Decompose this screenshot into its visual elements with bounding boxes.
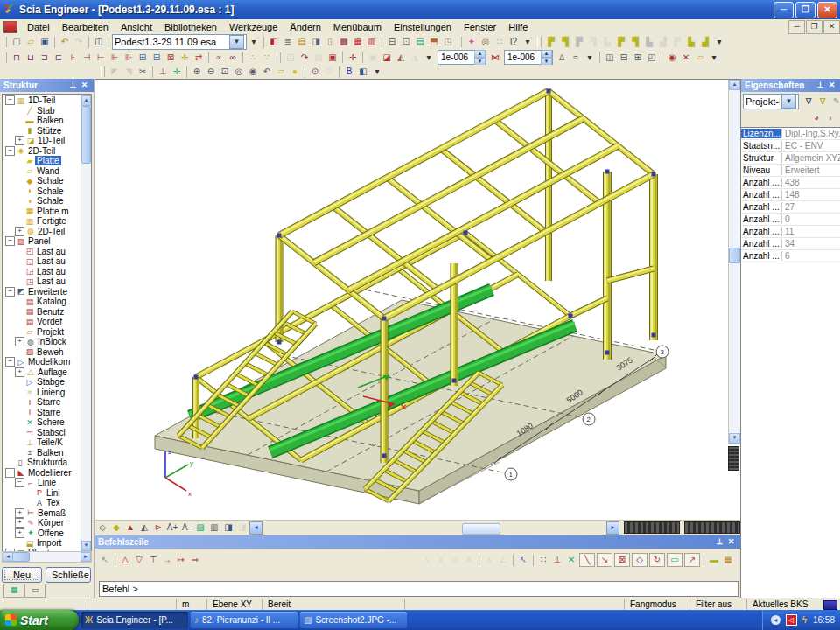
pin-icon[interactable]: ⊥ [815, 80, 826, 91]
view-set-3-icon[interactable]: ▛ [572, 36, 586, 48]
snap-endpoint-icon[interactable]: ↘ [597, 553, 612, 567]
tree-item[interactable]: ▯Strukturda [4, 458, 80, 468]
combobox-caret-icon[interactable]: ▼ [229, 35, 244, 49]
menu-bearbeiten[interactable]: Bearbeiten [56, 21, 115, 33]
shaded-view-icon[interactable]: ◭ [137, 522, 151, 534]
project-folder-icon[interactable]: ▱ [693, 52, 707, 64]
wire-mode-off-icon[interactable]: ◮ [408, 52, 422, 64]
tab-struktur-icon[interactable]: ▦ [4, 584, 24, 598]
render-view-icon[interactable]: ◪ [380, 52, 394, 64]
precision-spinner-1[interactable]: 1e-006 ▲▼ [438, 50, 486, 65]
tree-expander-icon[interactable]: − [15, 478, 24, 487]
filter-edit-icon[interactable]: ∇ [802, 95, 816, 108]
save-icon[interactable]: ▣ [38, 36, 52, 48]
line-tool-icon[interactable]: ╲ [420, 554, 434, 566]
close-icon[interactable]: ✕ [826, 80, 837, 91]
combobox-caret-icon[interactable]: ▼ [781, 94, 796, 108]
view-set-10-icon[interactable]: ▛ [670, 36, 684, 48]
tree-item[interactable]: ▤Vordef [4, 317, 80, 327]
cutout-icon[interactable]: ⊠ [164, 52, 178, 64]
background-color-icon[interactable]: B [342, 66, 356, 78]
hide-icons-chevron-icon[interactable]: ◂ [771, 615, 780, 625]
tree-item[interactable]: ◲Last au [4, 267, 80, 277]
render-disabled-icon[interactable]: ◨ [235, 522, 249, 534]
zoom-out-icon[interactable]: ⊖ [204, 66, 218, 78]
menu-datei[interactable]: Datei [21, 21, 56, 33]
render-window-icon[interactable]: ◨ [221, 522, 235, 534]
property-row[interactable]: Anzahl ...34 [741, 238, 840, 250]
tree-item[interactable]: ◆Schale [4, 176, 80, 186]
section-display-icon[interactable]: ▥ [207, 522, 221, 534]
connect-members-icon[interactable]: ∝ [212, 52, 226, 64]
toolbar-grip[interactable] [3, 52, 7, 63]
taskbar-task[interactable]: ЖScia Engineer - [P... [81, 612, 188, 628]
tree-expander-icon[interactable]: + [15, 227, 24, 236]
tree-item[interactable]: −▧Panel [4, 236, 80, 247]
vertex-tool-icon[interactable]: ∠ [496, 554, 510, 566]
toolbar-grip[interactable] [458, 37, 462, 47]
taskbar-task[interactable]: ♪82. Pieranunzi - Il ... [191, 612, 298, 628]
tree-item[interactable]: ±Balken [4, 448, 80, 458]
view-set-6-icon[interactable]: ▛ [614, 36, 628, 48]
tree-item[interactable]: +✎Körper [4, 518, 80, 528]
tree-item[interactable]: +⊢Bemaß [4, 508, 80, 519]
tree-item[interactable]: ▱Wand [4, 166, 80, 177]
close-button[interactable]: ✕ [817, 2, 837, 18]
selection-up-icon[interactable]: △ [118, 554, 132, 566]
package-icon[interactable]: ⬒ [427, 36, 441, 48]
opening-icon[interactable]: ⊞ [136, 52, 150, 64]
tree-item[interactable]: ▱Projekt [4, 327, 80, 338]
view-caret-icon[interactable]: ▾ [370, 66, 384, 78]
view-set-8-icon[interactable]: ▙ [642, 36, 656, 48]
tree-item[interactable]: ◖Schale [4, 196, 80, 206]
pin-icon[interactable]: ⊥ [67, 80, 79, 91]
property-value[interactable]: 27 [782, 202, 840, 212]
delete-mode-icon[interactable]: ✕ [679, 52, 693, 64]
close-icon[interactable]: ✕ [725, 537, 737, 548]
center-node-icon[interactable]: ✛ [346, 52, 360, 64]
table-edit-icon[interactable]: ▥ [365, 36, 379, 48]
document-icon[interactable] [4, 21, 18, 33]
flag-display-icon[interactable]: ⊳ [151, 522, 165, 534]
tree-expander-icon[interactable]: − [5, 287, 15, 297]
tree-item[interactable]: ◗Schale [4, 186, 80, 197]
taskbar-task[interactable]: ▨Screenshot2.JPG -... [300, 612, 407, 628]
scrollbar-thumb[interactable] [462, 523, 500, 535]
property-row[interactable]: Anzahl ...6 [741, 250, 840, 262]
zoom-previous-icon[interactable]: ↶ [260, 66, 274, 78]
property-value[interactable]: 34 [782, 239, 840, 248]
zoom-selection-icon[interactable]: ◉ [246, 66, 260, 78]
toolbar-grip[interactable] [101, 66, 105, 77]
view-set-11-icon[interactable]: ▙ [684, 36, 698, 48]
tree-item[interactable]: +◍2D-Teil [4, 227, 80, 237]
tree-expander-icon[interactable]: + [15, 518, 24, 528]
dark-splitter-1[interactable] [624, 522, 680, 534]
dot-pair-icon[interactable]: ∴ [246, 52, 260, 64]
support-line-icon[interactable]: ⊏ [52, 52, 66, 64]
arc-tool-icon[interactable]: ∪ [448, 554, 462, 566]
snap-incline-icon[interactable]: ↗ [684, 553, 700, 567]
tree-item[interactable]: −⌐Linie [4, 478, 80, 488]
command-input[interactable]: Befehl > [99, 581, 738, 597]
tree-horizontal-scrollbar[interactable]: ◄ ► [2, 551, 92, 563]
select-cursor-icon[interactable]: ◤ [108, 66, 122, 78]
tree-expander-icon[interactable]: + [15, 368, 24, 377]
view-set-9-icon[interactable]: ▟ [656, 36, 670, 48]
tab-panel-icon[interactable]: ▭ [24, 584, 46, 598]
status-filter[interactable]: Filter aus [690, 599, 746, 610]
dropdown-caret-icon[interactable]: ▾ [521, 36, 535, 48]
viewport-horizontal-scrollbar[interactable] [262, 522, 606, 534]
tree-item[interactable]: +△Auflage [4, 368, 80, 378]
restore-button[interactable]: ❐ [795, 2, 816, 18]
tree-item[interactable]: IStarre [4, 408, 80, 418]
wireframe-cube-icon[interactable]: ◇ [95, 522, 109, 534]
snap-line-icon[interactable]: ╲ [579, 553, 595, 567]
scroll-right-icon[interactable]: ► [80, 552, 91, 562]
weld-nodes-icon[interactable]: ⋈ [488, 52, 502, 64]
property-value[interactable]: 0 [782, 214, 840, 224]
save-view-icon[interactable]: ▣ [366, 52, 380, 64]
property-row[interactable]: NiveauErweitert [741, 164, 840, 177]
end-point-3-icon[interactable]: ⇒ [188, 554, 202, 566]
ucs-tool-icon[interactable]: ⊥ [156, 66, 170, 78]
favorites-icon[interactable]: ✦ [465, 36, 479, 48]
